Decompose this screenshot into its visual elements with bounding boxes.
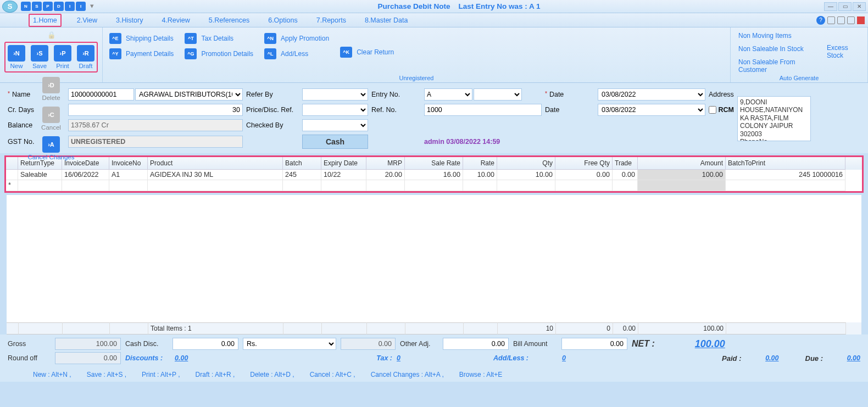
non-saleable-customer-link[interactable]: Non Saleable From Customer xyxy=(737,57,813,75)
entry-a-select[interactable]: A xyxy=(424,88,472,101)
tab-master-data[interactable]: 8.Master Data xyxy=(361,15,411,26)
hdr-expiry[interactable]: Expiry Date xyxy=(321,157,366,170)
sc-delete: Delete : Alt+D , xyxy=(250,371,294,378)
shipping-details-link[interactable]: Shipping Details xyxy=(126,35,174,42)
grid-row-1[interactable]: Saleable 16/06/2022 A1 AGIDEXA INJ 30 ML… xyxy=(6,170,862,180)
cell-invoiceno[interactable]: A1 xyxy=(109,170,148,180)
cell-trade[interactable]: 0.00 xyxy=(613,170,638,180)
hdr-product[interactable]: Product xyxy=(148,157,283,170)
entry-label: Entry No. xyxy=(371,91,421,98)
tax-icon: ^T xyxy=(185,33,197,44)
otheradj-input[interactable] xyxy=(443,338,509,350)
sc-save: Save : Alt+S , xyxy=(87,371,126,378)
crdays-input[interactable] xyxy=(68,104,243,116)
hdr-batchtoprint[interactable]: BatchToPrint xyxy=(726,157,845,170)
non-moving-link[interactable]: Non Moving Items xyxy=(737,31,813,41)
rcm-checkbox[interactable] xyxy=(709,106,716,114)
cell-batchtoprint[interactable]: 245 10000016 xyxy=(726,170,845,180)
add-less-link[interactable]: Add/Less xyxy=(281,50,308,58)
tab-options[interactable]: 6.Options xyxy=(265,15,301,26)
new-button[interactable]: ›NNew xyxy=(7,44,26,70)
cell-returntype[interactable]: Saleable xyxy=(18,170,62,180)
save-button[interactable]: ›SSave xyxy=(30,44,49,70)
cell-rate[interactable]: 10.00 xyxy=(463,170,497,180)
hdr-batch[interactable]: Batch xyxy=(283,157,321,170)
sum-amount: 100.00 xyxy=(638,322,726,334)
hdr-invoiceno[interactable]: InvoiceNo xyxy=(109,157,148,170)
rs-select[interactable]: Rs. xyxy=(243,338,336,350)
tax-value[interactable]: 0 xyxy=(397,354,432,362)
paid-label: Paid : xyxy=(722,354,741,363)
due-value[interactable]: 0.00 xyxy=(827,354,860,362)
cell-mrp[interactable]: 20.00 xyxy=(366,170,405,180)
qa-new-icon[interactable]: N xyxy=(21,2,31,11)
draft-button[interactable]: ›RDraft xyxy=(76,44,96,70)
hdr-amount[interactable]: Amount xyxy=(638,157,726,170)
addless-value[interactable]: 0 xyxy=(533,354,566,362)
addless-icon: ^L xyxy=(264,48,276,59)
date2-select[interactable]: 03/08/2022 xyxy=(598,104,705,116)
paid-value[interactable]: 0.00 xyxy=(746,354,779,362)
minimize-button[interactable]: — xyxy=(824,2,837,11)
tool-icon-3[interactable] xyxy=(847,16,855,24)
tool-icon-2[interactable] xyxy=(837,16,845,24)
promotion-details-link[interactable]: Promotion Details xyxy=(201,50,253,58)
hdr-sale-rate[interactable]: Sale Rate xyxy=(405,157,463,170)
qa-print-icon[interactable]: P xyxy=(43,2,53,11)
qa-icon-5[interactable]: I xyxy=(65,2,75,11)
hdr-freeqty[interactable]: Free Qty xyxy=(555,157,613,170)
cell-freeqty[interactable]: 0.00 xyxy=(555,170,613,180)
checked-select[interactable] xyxy=(302,119,368,131)
qa-dropdown-icon[interactable]: ▾ xyxy=(90,2,94,11)
billamount-input[interactable] xyxy=(561,338,627,350)
cell-invoicedate[interactable]: 16/06/2022 xyxy=(62,170,109,180)
qa-save-icon[interactable]: S xyxy=(32,2,42,11)
tab-reports[interactable]: 7.Reports xyxy=(313,15,349,26)
tab-view[interactable]: 2.View xyxy=(74,15,101,26)
cell-salerate[interactable]: 16.00 xyxy=(405,170,463,180)
tab-references[interactable]: 5.References xyxy=(205,15,253,26)
name-select[interactable]: AGRAWAL DISTRIBUTORS(100000000001) xyxy=(135,88,243,101)
tab-history[interactable]: 3.History xyxy=(113,15,146,26)
cell-batch[interactable]: 245 xyxy=(283,170,321,180)
apply-promotion-link[interactable]: Apply Promotion xyxy=(281,35,329,42)
hdr-qty[interactable]: Qty xyxy=(497,157,555,170)
tab-review[interactable]: 4.Review xyxy=(158,15,193,26)
close-button[interactable]: ✕ xyxy=(853,2,866,11)
qa-draft-icon[interactable]: D xyxy=(54,2,64,11)
cell-amount[interactable]: 100.00 xyxy=(638,170,726,180)
print-button[interactable]: ›PPrint xyxy=(53,44,73,70)
entry-b-select[interactable] xyxy=(474,88,522,101)
date1-select[interactable]: 03/08/2022 xyxy=(598,88,705,101)
sc-cancel: Cancel : Alt+C , xyxy=(310,371,355,378)
tool-icon-4[interactable] xyxy=(857,16,865,24)
qa-icon-6[interactable]: I xyxy=(76,2,86,11)
sc-browse: Browse : Alt+E xyxy=(459,371,502,378)
discounts-value[interactable]: 0.00 xyxy=(175,354,233,362)
non-saleable-stock-link[interactable]: Non Saleable In Stock xyxy=(737,44,813,54)
cash-payment-type[interactable]: Cash xyxy=(302,135,368,149)
clear-return-link[interactable]: Clear Return xyxy=(357,48,394,56)
cell-qty[interactable]: 10.00 xyxy=(497,170,555,180)
ribbon-group-auto: Non Moving Items Non Saleable In Stock N… xyxy=(731,27,868,82)
grid-row-new[interactable]: * xyxy=(6,180,862,191)
tab-home[interactable]: 1.Home xyxy=(29,14,62,27)
hdr-mrp[interactable]: MRP xyxy=(366,157,405,170)
cashdisc-input[interactable] xyxy=(173,338,238,350)
excess-stock-link[interactable]: Excess Stock xyxy=(826,43,861,60)
hdr-trade[interactable]: Trade xyxy=(613,157,638,170)
tax-details-link[interactable]: Tax Details xyxy=(201,35,233,42)
cell-product[interactable]: AGIDEXA INJ 30 ML xyxy=(148,170,283,180)
tool-icon-1[interactable] xyxy=(827,16,835,24)
name-code-input[interactable] xyxy=(68,88,134,101)
hdr-rate[interactable]: Rate xyxy=(463,157,497,170)
cancel-changes-button[interactable]: ›ACancel Changes xyxy=(26,135,75,161)
refer-select[interactable] xyxy=(302,88,368,101)
refno-input[interactable] xyxy=(424,104,542,116)
maximize-button[interactable]: ▭ xyxy=(838,2,852,11)
price-select[interactable] xyxy=(302,104,368,116)
cell-expiry[interactable]: 10/22 xyxy=(321,170,366,180)
grid-whitespace xyxy=(7,195,861,322)
payment-details-link[interactable]: Payment Details xyxy=(126,50,174,58)
help-icon[interactable]: ? xyxy=(816,16,825,25)
